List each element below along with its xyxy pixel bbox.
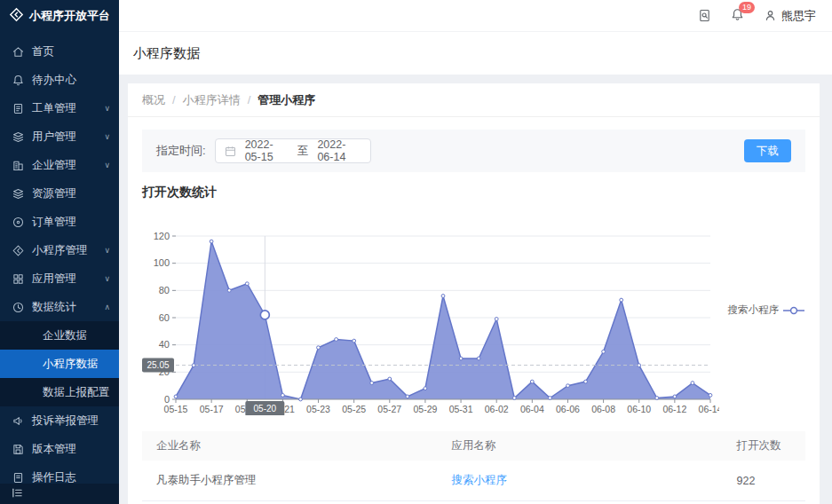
start-date: 2022-05-15 xyxy=(245,138,289,163)
top-header: 19 熊思宇 xyxy=(119,0,832,32)
sidebar-item-11[interactable]: 版本管理 xyxy=(0,435,119,463)
sidebar-subitem-小程序数据[interactable]: 小程序数据 xyxy=(0,350,119,378)
sidebar-item-4[interactable]: 企业管理∨ xyxy=(0,151,119,179)
sidebar-item-3[interactable]: 用户管理∨ xyxy=(0,122,119,151)
user-icon xyxy=(764,9,777,22)
sidebar-item-label: 首页 xyxy=(32,44,54,59)
svg-text:05-15: 05-15 xyxy=(164,404,188,414)
sidebar-item-label: 投诉举报管理 xyxy=(32,413,99,429)
breadcrumb-item-0[interactable]: 概况 xyxy=(142,92,165,108)
end-date: 2022-06-14 xyxy=(317,138,361,163)
svg-text:06-12: 06-12 xyxy=(662,404,686,414)
sidebar-submenu: 企业数据小程序数据数据上报配置 xyxy=(0,321,119,406)
svg-text:06-04: 06-04 xyxy=(520,404,544,414)
svg-text:05-25: 05-25 xyxy=(342,404,366,414)
date-range-picker[interactable]: 2022-05-15 至 2022-06-14 xyxy=(215,138,371,163)
x-axis-pointer-badge: 05-20 xyxy=(245,401,284,415)
svg-text:06-10: 06-10 xyxy=(627,404,651,414)
home-icon xyxy=(12,46,25,58)
orders-icon xyxy=(12,217,25,228)
sidebar-item-0[interactable]: 首页 xyxy=(0,37,119,66)
users-icon xyxy=(12,131,25,143)
sidebar-item-7[interactable]: 小程序管理∨ xyxy=(0,236,119,264)
log-icon xyxy=(12,472,25,484)
breadcrumb-separator: / xyxy=(248,93,251,106)
app-logo[interactable]: 小程序开放平台 xyxy=(0,0,119,32)
sidebar-subitem-数据上报配置[interactable]: 数据上报配置 xyxy=(0,378,119,406)
sidebar-item-6[interactable]: 订单管理 xyxy=(0,208,119,236)
svg-text:0: 0 xyxy=(164,394,170,405)
collapse-icon xyxy=(12,487,23,501)
stats-table: 企业名称应用名称打开次数 凡泰助手小程序管理搜索小程序922 xyxy=(142,431,805,501)
table-column-header: 企业名称 xyxy=(142,431,437,461)
svg-text:05-20: 05-20 xyxy=(254,404,277,413)
svg-text:05-31: 05-31 xyxy=(449,404,473,414)
svg-text:06-08: 06-08 xyxy=(591,404,615,414)
sidebar-subitem-企业数据[interactable]: 企业数据 xyxy=(0,321,119,350)
chart-title: 打开次数统计 xyxy=(142,185,805,201)
sidebar-item-label: 操作日志 xyxy=(32,470,76,485)
svg-text:60: 60 xyxy=(159,312,170,323)
svg-text:06-14: 06-14 xyxy=(699,404,719,414)
sidebar-item-2[interactable]: 工单管理∨ xyxy=(0,94,119,122)
sidebar-collapse-bar[interactable] xyxy=(0,484,119,504)
sidebar-menu: 首页待办中心工单管理∨用户管理∨企业管理∨资源管理订单管理小程序管理∨应用管理∨… xyxy=(0,37,119,492)
breadcrumb: 概况/小程序详情/管理小程序 xyxy=(128,83,820,117)
workorder-icon xyxy=(12,103,25,114)
miniprogram-icon xyxy=(12,245,25,256)
sidebar-item-label: 待办中心 xyxy=(32,73,76,88)
sidebar-item-8[interactable]: 应用管理∨ xyxy=(0,264,119,293)
svg-text:80: 80 xyxy=(159,285,170,295)
notification-bell[interactable]: 19 xyxy=(731,8,744,24)
chevron-down-icon: ∨ xyxy=(104,132,110,141)
table-cell: 922 xyxy=(723,461,805,501)
sidebar-item-label: 应用管理 xyxy=(32,272,76,287)
apps-icon xyxy=(12,273,25,285)
svg-text:05-27: 05-27 xyxy=(377,404,401,414)
page-title: 小程序数据 xyxy=(119,32,832,75)
legend-label: 搜索小程序 xyxy=(728,303,780,317)
table-cell: 凡泰助手小程序管理 xyxy=(142,461,437,501)
sidebar: 小程序开放平台 首页待办中心工单管理∨用户管理∨企业管理∨资源管理订单管理小程序… xyxy=(0,0,119,504)
filter-panel: 指定时间: 2022-05-15 至 2022-06-14 下载 xyxy=(142,130,805,172)
main-card: 概况/小程序详情/管理小程序 指定时间: 2022-05-15 至 2022-0… xyxy=(128,83,820,504)
table-cell: 搜索小程序 xyxy=(437,461,722,501)
open-count-chart[interactable]: 02040608010012005-1505-1705-1905-2105-23… xyxy=(142,222,719,415)
sidebar-item-label: 版本管理 xyxy=(32,442,76,457)
stats-icon xyxy=(12,302,25,313)
main-area: 19 熊思宇 小程序数据 概况/小程序详情/管理小程序 指定时间: 2022-0… xyxy=(119,0,832,504)
version-icon xyxy=(12,444,25,455)
svg-text:120: 120 xyxy=(154,231,170,241)
table-row: 凡泰助手小程序管理搜索小程序922 xyxy=(142,461,805,501)
sidebar-item-9[interactable]: 数据统计∧ xyxy=(0,293,119,321)
breadcrumb-item-1[interactable]: 小程序详情 xyxy=(183,92,241,108)
svg-text:25.05: 25.05 xyxy=(147,360,169,370)
file-search-icon[interactable] xyxy=(698,9,711,22)
chevron-down-icon: ∨ xyxy=(104,246,110,255)
svg-text:40: 40 xyxy=(159,339,170,350)
table-column-header: 应用名称 xyxy=(437,431,722,461)
notification-badge: 19 xyxy=(739,2,755,13)
logo-icon xyxy=(9,7,24,25)
app-name-link[interactable]: 搜索小程序 xyxy=(451,474,507,486)
content-area: 概况/小程序详情/管理小程序 指定时间: 2022-05-15 至 2022-0… xyxy=(119,75,832,504)
date-separator: 至 xyxy=(297,144,309,159)
svg-text:05-17: 05-17 xyxy=(200,404,224,414)
sidebar-subitem-label: 数据上报配置 xyxy=(43,385,109,400)
sidebar-item-label: 资源管理 xyxy=(32,186,76,201)
user-menu[interactable]: 熊思宇 xyxy=(764,8,816,24)
complaint-icon xyxy=(12,415,25,427)
sidebar-item-10[interactable]: 投诉举报管理 xyxy=(0,406,119,435)
date-filter-label: 指定时间: xyxy=(156,143,206,159)
sidebar-item-5[interactable]: 资源管理 xyxy=(0,179,119,208)
chart-legend[interactable]: 搜索小程序 xyxy=(728,303,806,317)
sidebar-item-label: 用户管理 xyxy=(32,130,76,145)
download-button[interactable]: 下载 xyxy=(744,139,791,162)
sidebar-item-label: 数据统计 xyxy=(32,300,76,315)
table-column-header: 打开次数 xyxy=(723,431,805,461)
sidebar-item-label: 工单管理 xyxy=(32,101,76,116)
sidebar-item-1[interactable]: 待办中心 xyxy=(0,66,119,94)
logo-text: 小程序开放平台 xyxy=(29,8,110,24)
svg-text:05-23: 05-23 xyxy=(306,404,330,414)
breadcrumb-item-2: 管理小程序 xyxy=(258,92,315,108)
